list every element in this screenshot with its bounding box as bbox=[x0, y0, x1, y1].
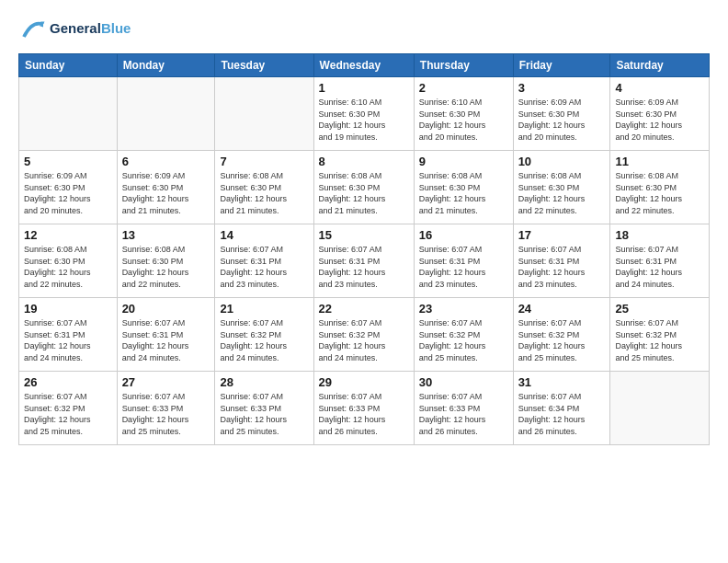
weekday-header: Friday bbox=[513, 54, 610, 77]
cell-day-number: 9 bbox=[419, 155, 508, 168]
calendar-cell: 19Sunrise: 6:07 AM Sunset: 6:31 PM Dayli… bbox=[19, 298, 118, 372]
page-header: GeneralBlue bbox=[18, 15, 710, 42]
cell-info: Sunrise: 6:07 AM Sunset: 6:32 PM Dayligh… bbox=[615, 317, 704, 363]
calendar-cell: 8Sunrise: 6:08 AM Sunset: 6:30 PM Daylig… bbox=[313, 151, 414, 224]
calendar-week-row: 5Sunrise: 6:09 AM Sunset: 6:30 PM Daylig… bbox=[19, 151, 710, 224]
logo-icon bbox=[18, 15, 46, 42]
cell-day-number: 5 bbox=[24, 155, 112, 168]
calendar-cell: 18Sunrise: 6:07 AM Sunset: 6:31 PM Dayli… bbox=[610, 224, 710, 298]
weekday-header: Thursday bbox=[414, 54, 513, 77]
calendar-cell: 2Sunrise: 6:10 AM Sunset: 6:30 PM Daylig… bbox=[414, 77, 513, 151]
cell-info: Sunrise: 6:07 AM Sunset: 6:31 PM Dayligh… bbox=[518, 244, 606, 290]
calendar-cell: 7Sunrise: 6:08 AM Sunset: 6:30 PM Daylig… bbox=[215, 151, 313, 224]
cell-day-number: 25 bbox=[615, 302, 704, 316]
cell-day-number: 29 bbox=[319, 375, 409, 389]
cell-day-number: 3 bbox=[518, 81, 606, 95]
calendar-week-row: 12Sunrise: 6:08 AM Sunset: 6:30 PM Dayli… bbox=[19, 224, 710, 298]
cell-day-number: 13 bbox=[122, 228, 210, 242]
cell-day-number: 30 bbox=[419, 375, 508, 389]
calendar-cell: 24Sunrise: 6:07 AM Sunset: 6:32 PM Dayli… bbox=[513, 298, 610, 372]
calendar-cell bbox=[610, 372, 710, 445]
weekday-header: Wednesday bbox=[313, 54, 414, 77]
calendar-cell: 12Sunrise: 6:08 AM Sunset: 6:30 PM Dayli… bbox=[19, 224, 118, 298]
cell-info: Sunrise: 6:07 AM Sunset: 6:33 PM Dayligh… bbox=[220, 391, 308, 437]
calendar-cell bbox=[215, 77, 313, 151]
cell-day-number: 11 bbox=[615, 155, 704, 168]
calendar-table: SundayMondayTuesdayWednesdayThursdayFrid… bbox=[18, 53, 710, 445]
calendar-cell: 31Sunrise: 6:07 AM Sunset: 6:34 PM Dayli… bbox=[513, 372, 610, 445]
calendar-cell bbox=[117, 77, 215, 151]
calendar-cell: 30Sunrise: 6:07 AM Sunset: 6:33 PM Dayli… bbox=[414, 372, 513, 445]
cell-info: Sunrise: 6:07 AM Sunset: 6:31 PM Dayligh… bbox=[24, 317, 112, 363]
cell-info: Sunrise: 6:08 AM Sunset: 6:30 PM Dayligh… bbox=[518, 170, 606, 216]
calendar-cell: 13Sunrise: 6:08 AM Sunset: 6:30 PM Dayli… bbox=[117, 224, 215, 298]
cell-info: Sunrise: 6:09 AM Sunset: 6:30 PM Dayligh… bbox=[24, 170, 112, 216]
cell-info: Sunrise: 6:09 AM Sunset: 6:30 PM Dayligh… bbox=[615, 97, 704, 143]
cell-info: Sunrise: 6:07 AM Sunset: 6:31 PM Dayligh… bbox=[122, 317, 210, 363]
cell-info: Sunrise: 6:07 AM Sunset: 6:31 PM Dayligh… bbox=[419, 244, 508, 290]
calendar-cell: 21Sunrise: 6:07 AM Sunset: 6:32 PM Dayli… bbox=[215, 298, 313, 372]
calendar-cell: 17Sunrise: 6:07 AM Sunset: 6:31 PM Dayli… bbox=[513, 224, 610, 298]
calendar-cell: 28Sunrise: 6:07 AM Sunset: 6:33 PM Dayli… bbox=[215, 372, 313, 445]
cell-day-number: 28 bbox=[220, 375, 308, 389]
cell-info: Sunrise: 6:07 AM Sunset: 6:31 PM Dayligh… bbox=[220, 244, 308, 290]
cell-info: Sunrise: 6:07 AM Sunset: 6:32 PM Dayligh… bbox=[419, 317, 508, 363]
cell-day-number: 21 bbox=[220, 302, 308, 316]
calendar-week-row: 19Sunrise: 6:07 AM Sunset: 6:31 PM Dayli… bbox=[19, 298, 710, 372]
cell-day-number: 1 bbox=[319, 81, 409, 95]
cell-day-number: 10 bbox=[518, 155, 606, 168]
calendar-cell: 1Sunrise: 6:10 AM Sunset: 6:30 PM Daylig… bbox=[313, 77, 414, 151]
cell-info: Sunrise: 6:08 AM Sunset: 6:30 PM Dayligh… bbox=[319, 170, 409, 216]
cell-info: Sunrise: 6:07 AM Sunset: 6:32 PM Dayligh… bbox=[518, 317, 606, 363]
calendar-cell: 6Sunrise: 6:09 AM Sunset: 6:30 PM Daylig… bbox=[117, 151, 215, 224]
cell-day-number: 19 bbox=[24, 302, 112, 316]
weekday-header: Sunday bbox=[19, 54, 118, 77]
cell-day-number: 26 bbox=[24, 375, 112, 389]
cell-info: Sunrise: 6:08 AM Sunset: 6:30 PM Dayligh… bbox=[24, 244, 112, 290]
cell-day-number: 7 bbox=[220, 155, 308, 168]
calendar-cell: 25Sunrise: 6:07 AM Sunset: 6:32 PM Dayli… bbox=[610, 298, 710, 372]
cell-info: Sunrise: 6:07 AM Sunset: 6:31 PM Dayligh… bbox=[319, 244, 409, 290]
cell-info: Sunrise: 6:07 AM Sunset: 6:33 PM Dayligh… bbox=[319, 391, 409, 437]
calendar-cell: 27Sunrise: 6:07 AM Sunset: 6:33 PM Dayli… bbox=[117, 372, 215, 445]
cell-day-number: 8 bbox=[319, 155, 409, 168]
cell-info: Sunrise: 6:08 AM Sunset: 6:30 PM Dayligh… bbox=[220, 170, 308, 216]
cell-info: Sunrise: 6:07 AM Sunset: 6:32 PM Dayligh… bbox=[220, 317, 308, 363]
cell-info: Sunrise: 6:10 AM Sunset: 6:30 PM Dayligh… bbox=[419, 97, 508, 143]
calendar-cell: 9Sunrise: 6:08 AM Sunset: 6:30 PM Daylig… bbox=[414, 151, 513, 224]
calendar-week-row: 1Sunrise: 6:10 AM Sunset: 6:30 PM Daylig… bbox=[19, 77, 710, 151]
weekday-header: Tuesday bbox=[215, 54, 313, 77]
logo-text: GeneralBlue bbox=[50, 20, 131, 37]
calendar-cell: 15Sunrise: 6:07 AM Sunset: 6:31 PM Dayli… bbox=[313, 224, 414, 298]
cell-day-number: 27 bbox=[122, 375, 210, 389]
calendar-cell: 10Sunrise: 6:08 AM Sunset: 6:30 PM Dayli… bbox=[513, 151, 610, 224]
calendar-week-row: 26Sunrise: 6:07 AM Sunset: 6:32 PM Dayli… bbox=[19, 372, 710, 445]
cell-info: Sunrise: 6:08 AM Sunset: 6:30 PM Dayligh… bbox=[122, 244, 210, 290]
calendar-cell bbox=[19, 77, 118, 151]
cell-day-number: 6 bbox=[122, 155, 210, 168]
calendar-cell: 11Sunrise: 6:08 AM Sunset: 6:30 PM Dayli… bbox=[610, 151, 710, 224]
weekday-header: Monday bbox=[117, 54, 215, 77]
calendar-cell: 16Sunrise: 6:07 AM Sunset: 6:31 PM Dayli… bbox=[414, 224, 513, 298]
calendar-cell: 29Sunrise: 6:07 AM Sunset: 6:33 PM Dayli… bbox=[313, 372, 414, 445]
cell-info: Sunrise: 6:07 AM Sunset: 6:31 PM Dayligh… bbox=[615, 244, 704, 290]
cell-day-number: 18 bbox=[615, 228, 704, 242]
cell-day-number: 24 bbox=[518, 302, 606, 316]
cell-day-number: 22 bbox=[319, 302, 409, 316]
calendar-cell: 26Sunrise: 6:07 AM Sunset: 6:32 PM Dayli… bbox=[19, 372, 118, 445]
cell-info: Sunrise: 6:07 AM Sunset: 6:32 PM Dayligh… bbox=[319, 317, 409, 363]
cell-info: Sunrise: 6:07 AM Sunset: 6:32 PM Dayligh… bbox=[24, 391, 112, 437]
calendar-cell: 4Sunrise: 6:09 AM Sunset: 6:30 PM Daylig… bbox=[610, 77, 710, 151]
cell-info: Sunrise: 6:08 AM Sunset: 6:30 PM Dayligh… bbox=[419, 170, 508, 216]
cell-day-number: 31 bbox=[518, 375, 606, 389]
cell-day-number: 4 bbox=[615, 81, 704, 95]
cell-info: Sunrise: 6:07 AM Sunset: 6:33 PM Dayligh… bbox=[122, 391, 210, 437]
calendar-cell: 23Sunrise: 6:07 AM Sunset: 6:32 PM Dayli… bbox=[414, 298, 513, 372]
calendar-cell: 14Sunrise: 6:07 AM Sunset: 6:31 PM Dayli… bbox=[215, 224, 313, 298]
cell-day-number: 17 bbox=[518, 228, 606, 242]
cell-info: Sunrise: 6:10 AM Sunset: 6:30 PM Dayligh… bbox=[319, 97, 409, 143]
logo: GeneralBlue bbox=[18, 15, 131, 42]
weekday-header: Saturday bbox=[610, 54, 710, 77]
cell-info: Sunrise: 6:07 AM Sunset: 6:33 PM Dayligh… bbox=[419, 391, 508, 437]
cell-day-number: 16 bbox=[419, 228, 508, 242]
